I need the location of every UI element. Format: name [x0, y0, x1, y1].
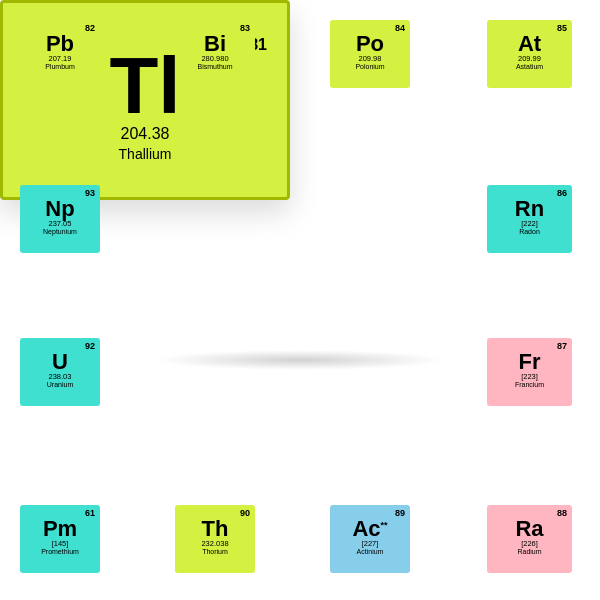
symbol-fr: Fr: [492, 351, 567, 373]
symbol-ac: Ac**: [335, 518, 405, 540]
element-fr[interactable]: 87 Fr [223] Francium: [487, 338, 572, 406]
element-u[interactable]: 92 U 238.03 Uranium: [20, 338, 100, 406]
symbol-ra: Ra: [492, 518, 567, 540]
element-pm[interactable]: 61 Pm [145] Promethium: [20, 505, 100, 573]
mass-at: 209.99: [492, 55, 567, 63]
symbol-pm: Pm: [25, 518, 95, 540]
name-tl: Thallium: [119, 145, 172, 163]
element-np[interactable]: 93 Np 237.05 Neptunium: [20, 185, 100, 253]
symbol-pb: Pb: [25, 33, 95, 55]
name-pb: Plumbum: [25, 63, 95, 71]
element-th[interactable]: 90 Th 232.038 Thorium: [175, 505, 255, 573]
name-rn: Radon: [492, 228, 567, 236]
mass-th: 232.038: [180, 540, 250, 548]
mass-np: 237.05: [25, 220, 95, 228]
mass-tl: 204.38: [121, 124, 170, 145]
element-rn[interactable]: 86 Rn [222] Radon: [487, 185, 572, 253]
card-shadow: [155, 350, 445, 370]
symbol-po: Po: [335, 33, 405, 55]
mass-fr: [223]: [492, 373, 567, 381]
name-fr: Francium: [492, 381, 567, 389]
mass-ac: [227]: [335, 540, 405, 548]
mass-pb: 207.19: [25, 55, 95, 63]
element-ac[interactable]: 89 Ac** [227] Actinium: [330, 505, 410, 573]
mass-rn: [222]: [492, 220, 567, 228]
symbol-u: U: [25, 351, 95, 373]
name-th: Thorium: [180, 548, 250, 556]
element-at[interactable]: 85 At 209.99 Astatium: [487, 20, 572, 88]
element-ra[interactable]: 88 Ra [226] Radium: [487, 505, 572, 573]
name-np: Neptunium: [25, 228, 95, 236]
name-u: Uranium: [25, 381, 95, 389]
name-bi: Bismuthum: [180, 63, 250, 71]
symbol-rn: Rn: [492, 198, 567, 220]
periodic-table-layout: 82 Pb 207.19 Plumbum 83 Bi 280.980 Bismu…: [0, 0, 600, 600]
mass-ra: [226]: [492, 540, 567, 548]
symbol-th: Th: [180, 518, 250, 540]
mass-po: 209.98: [335, 55, 405, 63]
name-pm: Promethium: [25, 548, 95, 556]
mass-pm: [145]: [25, 540, 95, 548]
name-po: Polonium: [335, 63, 405, 71]
element-po[interactable]: 84 Po 209.98 Polonium: [330, 20, 410, 88]
name-at: Astatium: [492, 63, 567, 71]
symbol-bi: Bi: [180, 33, 250, 55]
mass-bi: 280.980: [180, 55, 250, 63]
element-bi[interactable]: 83 Bi 280.980 Bismuthum: [175, 20, 255, 88]
element-pb[interactable]: 82 Pb 207.19 Plumbum: [20, 20, 100, 88]
name-ra: Radium: [492, 548, 567, 556]
symbol-tl: Tl: [109, 48, 180, 124]
mass-u: 238.03: [25, 373, 95, 381]
name-ac: Actinium: [335, 548, 405, 556]
symbol-at: At: [492, 33, 567, 55]
symbol-np: Np: [25, 198, 95, 220]
